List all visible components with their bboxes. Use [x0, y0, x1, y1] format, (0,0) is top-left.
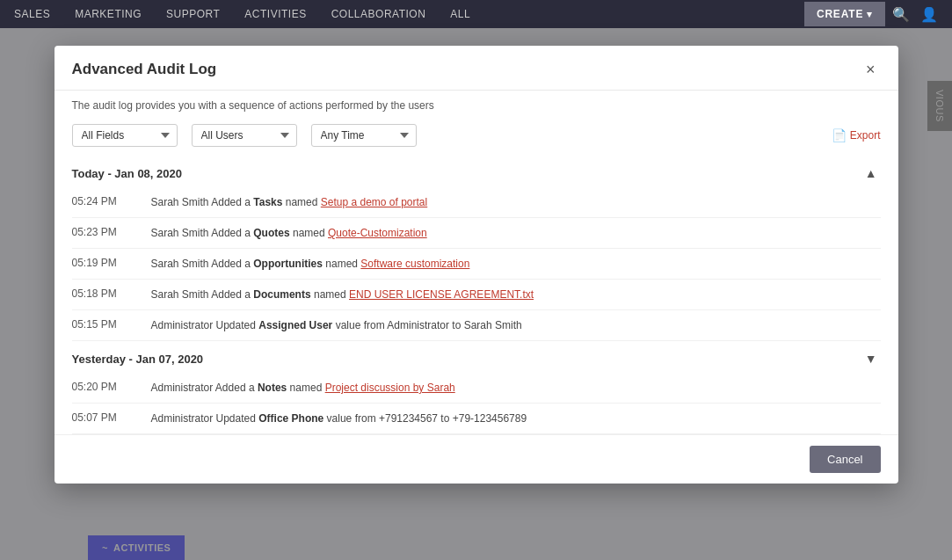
log-action: Updated [216, 319, 256, 331]
log-action: Updated [216, 412, 256, 425]
log-time: 05:18 PM [72, 287, 151, 300]
log-type: Opportunities [253, 258, 323, 270]
log-preposition: value from +791234567 to +79-123456789 [327, 412, 527, 425]
subtext-label: The audit log provides you with a sequen… [72, 99, 434, 112]
log-actor: Administrator [151, 319, 214, 331]
log-type: Documents [253, 288, 310, 301]
log-type: Notes [258, 382, 287, 394]
date-label: Today - Jan 08, 2020 [72, 167, 183, 180]
export-icon: 📄 [832, 128, 847, 142]
close-button[interactable]: × [861, 60, 881, 79]
log-preposition: named [325, 258, 358, 270]
time-filter[interactable]: Any Time [311, 124, 417, 147]
date-label: Yesterday - Jan 07, 2020 [72, 353, 204, 366]
users-filter[interactable]: All Users [192, 124, 297, 147]
log-actor: Sarah Smith [151, 258, 209, 270]
modal-title: Advanced Audit Log [72, 61, 217, 78]
log-subject-link[interactable]: Setup a demo of portal [321, 196, 427, 208]
nav-activities[interactable]: ACTIVITIES [241, 0, 309, 28]
log-type: Assigned User [258, 319, 332, 331]
create-button[interactable]: CREATE [804, 2, 885, 26]
log-time: 05:23 PM [72, 225, 151, 238]
log-action: Added a [211, 258, 251, 270]
log-action: Added a [211, 288, 251, 301]
log-description: Administrator Updated Office Phone value… [151, 411, 881, 426]
log-time: 05:20 PM [72, 380, 151, 393]
log-actor: Administrator [151, 382, 214, 394]
nav-collaboration[interactable]: COLLABORATION [328, 0, 430, 28]
log-subject-link[interactable]: Project discussion by Sarah [325, 382, 455, 394]
audit-log-modal: Advanced Audit Log × The audit log provi… [55, 46, 898, 484]
export-button[interactable]: 📄 Export [832, 128, 881, 142]
collapse-arrow-button[interactable]: ▼ [861, 350, 881, 367]
log-entry: 05:18 PMSarah Smith Added a Documents na… [72, 280, 881, 310]
background-content: VIOUS ~ ACTIVITIES Advanced Audit Log × … [0, 28, 952, 560]
modal-subtext: The audit log provides you with a sequen… [55, 91, 898, 119]
nav-sales[interactable]: SALES [11, 0, 54, 28]
log-container[interactable]: Today - Jan 08, 2020▲05:24 PMSarah Smith… [55, 156, 898, 434]
log-time: 05:15 PM [72, 317, 151, 331]
search-icon[interactable]: 🔍 [889, 3, 913, 26]
log-entry: 05:24 PMSarah Smith Added a Tasks named … [72, 187, 881, 218]
log-preposition: named [286, 196, 318, 208]
collapse-arrow-button[interactable]: ▲ [861, 164, 881, 182]
log-description: Sarah Smith Added a Quotes named Quote-C… [151, 225, 881, 241]
export-label: Export [850, 129, 881, 142]
date-group-header: Today - Jan 08, 2020▲ [72, 156, 881, 187]
log-entry: 05:23 PMSarah Smith Added a Quotes named… [72, 218, 881, 249]
modal-body: Today - Jan 08, 2020▲05:24 PMSarah Smith… [55, 156, 898, 434]
log-entry: 05:19 PMSarah Smith Added a Opportunitie… [72, 249, 881, 280]
log-entry: 05:15 PMAdministrator Updated Assigned U… [72, 310, 881, 341]
cancel-button[interactable]: Cancel [810, 446, 880, 473]
log-entry: 05:20 PMAdministrator Added a Notes name… [72, 373, 881, 404]
modal-footer: Cancel [55, 434, 898, 484]
log-preposition: value from Administrator to Sarah Smith [336, 319, 522, 331]
fields-filter[interactable]: All Fields [72, 124, 178, 147]
log-preposition: named [290, 382, 323, 394]
log-type: Tasks [253, 196, 282, 208]
log-subject-link[interactable]: Software customization [360, 258, 469, 270]
log-type: Office Phone [258, 412, 323, 425]
date-group-header: Yesterday - Jan 07, 2020▼ [72, 341, 881, 373]
log-type: Quotes [253, 227, 289, 239]
modal-header: Advanced Audit Log × [55, 46, 898, 91]
log-action: Added a [211, 227, 251, 239]
log-description: Sarah Smith Added a Opportunities named … [151, 256, 881, 272]
log-time: 05:19 PM [72, 256, 151, 269]
log-description: Sarah Smith Added a Documents named END … [151, 287, 881, 302]
log-time: 05:24 PM [72, 194, 151, 207]
log-time: 05:07 PM [72, 411, 151, 424]
log-description: Administrator Added a Notes named Projec… [151, 380, 881, 396]
log-actor: Sarah Smith [151, 196, 209, 208]
top-navigation: SALES MARKETING SUPPORT ACTIVITIES COLLA… [0, 0, 952, 28]
log-description: Sarah Smith Added a Tasks named Setup a … [151, 194, 881, 210]
log-preposition: named [293, 227, 325, 239]
log-actor: Sarah Smith [151, 288, 209, 301]
log-entry: 05:07 PMAdministrator Updated Office Pho… [72, 404, 881, 434]
log-actor: Sarah Smith [151, 227, 209, 239]
topnav-right: CREATE 🔍 👤 [804, 2, 941, 26]
filters-row: All Fields All Users Any Time 📄 Export [55, 119, 898, 156]
log-preposition: named [314, 288, 346, 301]
nav-marketing[interactable]: MARKETING [71, 0, 145, 28]
log-action: Added a [211, 196, 251, 208]
log-action: Added a [215, 382, 255, 394]
user-icon[interactable]: 👤 [917, 3, 941, 26]
log-subject-link[interactable]: END USER LICENSE AGREEMENT.txt [349, 288, 534, 301]
log-subject-link[interactable]: Quote-Customization [328, 227, 427, 239]
nav-all[interactable]: ALL [447, 0, 474, 28]
nav-support[interactable]: SUPPORT [163, 0, 223, 28]
log-actor: Administrator [151, 412, 214, 425]
modal-overlay: Advanced Audit Log × The audit log provi… [0, 28, 952, 560]
log-description: Administrator Updated Assigned User valu… [151, 317, 881, 333]
